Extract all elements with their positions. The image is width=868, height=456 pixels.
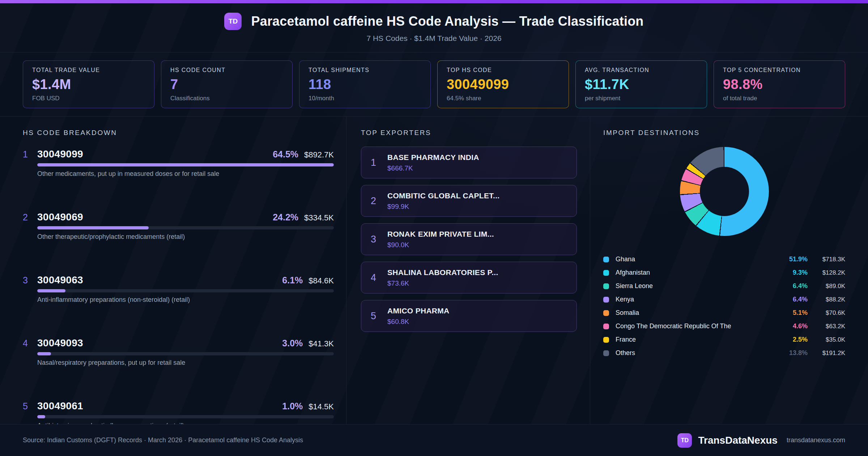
stat-value: 7	[170, 77, 283, 92]
hs-bar-fill	[37, 163, 334, 166]
stat-value: 30049099	[447, 77, 559, 92]
legend-row: Somalia 5.1% $70.6K	[603, 306, 845, 320]
exporter-value: $90.0K	[387, 241, 494, 249]
top-exporters-section: TOP EXPORTERS 1 BASE PHARMACY INDIA $666…	[346, 117, 590, 424]
legend-share-percent: 4.6%	[779, 322, 808, 330]
legend-row: Ghana 51.9% $718.3K	[603, 253, 845, 266]
legend-country-name: Ghana	[616, 256, 779, 263]
exporter-value: $99.9K	[387, 203, 499, 211]
legend-share-percent: 2.5%	[779, 336, 808, 343]
stat-value: 118	[309, 77, 421, 92]
exporter-value: $73.6K	[387, 279, 498, 287]
exporter-rank: 1	[371, 157, 387, 168]
legend-trade-value: $70.6K	[810, 309, 845, 317]
stat-sublabel: FOB USD	[32, 95, 145, 102]
legend-share-percent: 13.8%	[779, 349, 808, 357]
legend-trade-value: $88.2K	[810, 296, 845, 303]
hs-bar-track	[37, 289, 334, 292]
hs-bar-track	[37, 163, 334, 166]
stat-card: TOP HS CODE 30049099 64.5% share	[437, 60, 569, 108]
hs-bar-fill	[37, 289, 65, 292]
legend-share-percent: 5.1%	[779, 309, 808, 317]
hs-bar-track	[37, 352, 334, 355]
import-destinations-title: IMPORT DESTINATIONS	[603, 129, 845, 137]
exporter-name: RONAK EXIM PRIVATE LIM...	[387, 230, 494, 238]
exporter-rank: 5	[371, 311, 387, 322]
hs-row-head: 3 30049063 6.1% $84.6K	[23, 275, 334, 286]
main-content: HS CODE BREAKDOWN 1 30049099 64.5% $892.…	[0, 117, 868, 424]
legend-country-name: Somalia	[616, 309, 779, 317]
hs-rank: 5	[23, 401, 37, 411]
legend-country-name: Afghanistan	[616, 269, 779, 276]
legend-row: Kenya 6.4% $88.2K	[603, 293, 845, 306]
hs-row: 3 30049063 6.1% $84.6K Anti-inflammatory…	[23, 275, 334, 304]
legend-color-swatch	[603, 257, 609, 262]
hs-description: Nasal/respiratory preparations, put up f…	[37, 359, 334, 367]
stat-sublabel: 10/month	[309, 95, 421, 102]
hs-row: 2 30049069 24.2% $334.5K Other therapeut…	[23, 212, 334, 241]
stat-sublabel: of total trade	[723, 95, 836, 102]
top-accent-bar	[0, 0, 868, 3]
legend-color-swatch	[603, 283, 609, 289]
hs-bar-track	[37, 415, 334, 418]
hs-code: 30049099	[37, 149, 83, 160]
exporter-info: COMBITIC GLOBAL CAPLET... $99.9K	[387, 191, 499, 211]
hs-trade-value: $84.6K	[309, 275, 334, 286]
brand-logo-badge: TD	[224, 13, 242, 30]
exporter-rank: 3	[371, 234, 387, 245]
hs-row: 4 30049093 3.0% $41.3K Nasal/respiratory…	[23, 338, 334, 367]
hs-bar-fill	[37, 352, 51, 355]
page-title: Paracetamol caffeine HS Code Analysis — …	[251, 14, 643, 29]
exporter-card: 2 COMBITIC GLOBAL CAPLET... $99.9K	[361, 185, 577, 217]
exporter-value: $666.7K	[387, 164, 479, 172]
hs-rank: 2	[23, 212, 37, 223]
legend-color-swatch	[603, 324, 609, 329]
exporter-info: RONAK EXIM PRIVATE LIM... $90.0K	[387, 230, 494, 249]
hs-share-percent: 64.5%	[273, 149, 298, 160]
hs-bar-fill	[37, 415, 45, 418]
hs-trade-value: $41.3K	[309, 338, 334, 349]
legend-trade-value: $89.0K	[810, 283, 845, 290]
legend-row: Sierra Leone 6.4% $89.0K	[603, 279, 845, 293]
destinations-legend: Ghana 51.9% $718.3K Afghanistan 9.3% $12…	[603, 253, 845, 360]
legend-country-name: Others	[616, 349, 779, 357]
legend-share-percent: 51.9%	[779, 256, 808, 263]
hs-breakdown-section: HS CODE BREAKDOWN 1 30049099 64.5% $892.…	[0, 117, 346, 424]
legend-row: France 2.5% $35.0K	[603, 333, 845, 346]
legend-color-swatch	[603, 350, 609, 356]
header: TD Paracetamol caffeine HS Code Analysis…	[0, 3, 868, 52]
legend-country-name: Kenya	[616, 296, 779, 303]
hs-trade-value: $334.5K	[304, 212, 334, 223]
legend-color-swatch	[603, 297, 609, 303]
exporter-card: 1 BASE PHARMACY INDIA $666.7K	[361, 147, 577, 178]
page-subtitle: 7 HS Codes · $1.4M Trade Value · 2026	[366, 34, 501, 43]
exporter-card: 4 SHALINA LABORATORIES P... $73.6K	[361, 262, 577, 294]
legend-share-percent: 9.3%	[779, 269, 808, 276]
exporter-card: 5 AMICO PHARMA $60.8K	[361, 300, 577, 332]
footer-brand-block: TD TransDataNexus transdatanexus.com	[677, 433, 845, 448]
exporter-info: AMICO PHARMA $60.8K	[387, 307, 450, 326]
legend-country-name: Sierra Leone	[616, 282, 779, 290]
hs-row-head: 5 30049061 1.0% $14.5K	[23, 401, 334, 412]
stats-strip: TOTAL TRADE VALUE $1.4M FOB USD HS CODE …	[0, 52, 868, 117]
legend-trade-value: $718.3K	[810, 256, 845, 263]
hs-bar-track	[37, 226, 334, 229]
donut-chart-wrap	[603, 147, 845, 236]
exporter-name: BASE PHARMACY INDIA	[387, 153, 479, 162]
legend-color-swatch	[603, 310, 609, 316]
legend-trade-value: $63.2K	[810, 323, 845, 330]
hs-rank: 4	[23, 338, 37, 349]
exporter-value: $60.8K	[387, 318, 450, 326]
stat-label: AVG. TRANSACTION	[585, 67, 698, 73]
legend-row: Others 13.8% $191.2K	[603, 346, 845, 360]
legend-trade-value: $35.0K	[810, 336, 845, 343]
hs-bar-fill	[37, 226, 149, 229]
hs-description: Anti-inflammatory preparations (non-ster…	[37, 296, 334, 304]
exporter-rank: 4	[371, 272, 387, 283]
donut-hole	[700, 167, 749, 216]
stat-sublabel: 64.5% share	[447, 95, 559, 102]
exporter-rank: 2	[371, 195, 387, 207]
stat-value: 98.8%	[723, 77, 836, 92]
hs-share-percent: 24.2%	[273, 212, 298, 223]
stat-card: TOTAL TRADE VALUE $1.4M FOB USD	[23, 60, 154, 108]
